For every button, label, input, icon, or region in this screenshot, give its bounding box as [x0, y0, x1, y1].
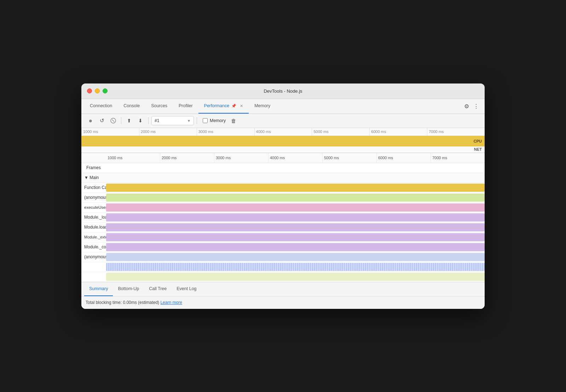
profile-marker-5000: 5000 ms — [322, 153, 376, 163]
learn-more-link[interactable]: Learn more — [160, 300, 182, 305]
bottom-tabs: Summary Bottom-Up Call Tree Event Log — [81, 282, 485, 296]
flame-bar-greenlight1 — [106, 273, 485, 281]
tab-profiler[interactable]: Profiler — [173, 99, 198, 114]
flame-row-greenlight1[interactable] — [81, 272, 485, 282]
maximize-button[interactable] — [103, 88, 108, 93]
cpu-bar: CPU — [81, 136, 485, 146]
profile-selector[interactable]: #1 ▼ — [151, 116, 194, 125]
time-ruler: 1000 ms 2000 ms 3000 ms 4000 ms 5000 ms … — [81, 128, 485, 136]
toolbar: ● ↺ ⬆ ⬇ #1 ▼ Memory 🗑 — [81, 114, 485, 128]
flame-bar-module-load1 — [106, 213, 485, 221]
flame-row-module-extensions[interactable]: Module._extensions..js — [81, 232, 485, 242]
performance-pin-icon: 📌 — [231, 104, 236, 108]
net-label: NET — [474, 147, 482, 151]
flame-row-function-call[interactable]: Function Call — [81, 183, 485, 193]
settings-icon[interactable]: ⚙ — [464, 103, 469, 110]
selector-arrow-icon: ▼ — [187, 119, 191, 123]
minimize-button[interactable] — [95, 88, 100, 93]
flame-bar-execute-user — [106, 203, 485, 212]
flame-bar-module-compile — [106, 243, 485, 251]
time-marker-6000: 6000 ms — [369, 128, 427, 136]
profile-marker-7000: 7000 ms — [431, 153, 485, 163]
time-marker-5000: 5000 ms — [312, 128, 369, 136]
tab-bar: Connection Console Sources Profiler Perf… — [81, 99, 485, 114]
profile-area: 1000 ms 2000 ms 3000 ms 4000 ms 5000 ms … — [81, 153, 485, 282]
toolbar-divider-1 — [121, 117, 121, 124]
trash-button[interactable]: 🗑 — [229, 116, 238, 126]
toolbar-divider-2 — [148, 117, 149, 124]
tab-bar-actions: ⚙ ⋮ — [464, 99, 482, 114]
profile-marker-4000: 4000 ms — [268, 153, 322, 163]
time-marker-3000: 3000 ms — [197, 128, 254, 136]
time-marker-4000: 4000 ms — [254, 128, 312, 136]
more-icon[interactable]: ⋮ — [473, 103, 479, 110]
clear-icon — [110, 118, 116, 123]
profile-marker-3000: 3000 ms — [214, 153, 268, 163]
profile-timeline-header: 1000 ms 2000 ms 3000 ms 4000 ms 5000 ms … — [81, 153, 485, 163]
status-bar: Total blocking time: 0.00ms (estimated) … — [81, 296, 485, 309]
flame-row-striped1[interactable] — [81, 262, 485, 272]
tab-sources[interactable]: Sources — [145, 99, 173, 114]
upload-button[interactable]: ⬆ — [124, 116, 134, 126]
flame-row-module-load2[interactable]: Module.load — [81, 223, 485, 232]
flame-bar-function-call — [106, 184, 485, 192]
time-marker-2000: 2000 ms — [139, 128, 197, 136]
flame-bar-striped1 — [106, 263, 485, 271]
tab-memory[interactable]: Memory — [249, 99, 276, 114]
flame-row-module-load1[interactable]: Module._load — [81, 213, 485, 223]
profile-marker-1000: 1000 ms — [106, 153, 160, 163]
flame-bar-module-extensions — [106, 233, 485, 241]
toolbar-divider-3 — [197, 117, 197, 124]
tab-close-performance[interactable]: ✕ — [240, 104, 243, 108]
tab-call-tree[interactable]: Call Tree — [144, 282, 172, 296]
overview-area: 1000 ms 2000 ms 3000 ms 4000 ms 5000 ms … — [81, 128, 485, 153]
reload-button[interactable]: ↺ — [97, 116, 107, 126]
flame-bar-module-load2 — [106, 223, 485, 231]
main-group-header[interactable]: ▼ Main — [81, 173, 485, 183]
download-button[interactable]: ⬇ — [135, 116, 145, 126]
tab-summary[interactable]: Summary — [84, 282, 113, 296]
tab-event-log[interactable]: Event Log — [172, 282, 201, 296]
flame-row-anonymous1[interactable]: (anonymous) — [81, 193, 485, 203]
window-title: DevTools - Node.js — [264, 88, 302, 94]
traffic-lights — [87, 88, 108, 93]
time-marker-1000: 1000 ms — [81, 128, 139, 136]
close-button[interactable] — [87, 88, 92, 93]
devtools-window: DevTools - Node.js Connection Console So… — [81, 83, 485, 309]
profile-marker-6000: 6000 ms — [376, 153, 431, 163]
time-marker-7000: 7000 ms — [427, 128, 485, 136]
tab-bottom-up[interactable]: Bottom-Up — [113, 282, 144, 296]
status-text: Total blocking time: 0.00ms (estimated) — [86, 300, 159, 305]
flame-bar-anonymous2 — [106, 253, 485, 261]
flame-bar-anonymous1 — [106, 194, 485, 202]
cpu-label: CPU — [474, 139, 482, 143]
title-bar: DevTools - Node.js — [81, 83, 485, 99]
record-button[interactable]: ● — [86, 116, 96, 126]
memory-checkbox-label[interactable]: Memory — [203, 118, 226, 123]
svg-line-1 — [112, 120, 114, 122]
clear-button[interactable] — [108, 116, 118, 126]
tab-console[interactable]: Console — [118, 99, 145, 114]
flame-row-module-compile[interactable]: Module._compile — [81, 242, 485, 252]
flame-rows[interactable]: Frames ▼ Main Function Call (anonymous) … — [81, 163, 485, 282]
flame-row-execute-user[interactable]: executeUserEntryPoint — [81, 203, 485, 213]
memory-checkbox-input[interactable] — [203, 118, 208, 123]
net-bar: NET — [81, 146, 485, 153]
flame-row-anonymous2[interactable]: (anonymous) — [81, 252, 485, 262]
profile-marker-2000: 2000 ms — [160, 153, 214, 163]
frames-row: Frames — [81, 163, 485, 173]
tab-connection[interactable]: Connection — [84, 99, 118, 114]
tab-performance[interactable]: Performance 📌 ✕ — [198, 99, 249, 114]
